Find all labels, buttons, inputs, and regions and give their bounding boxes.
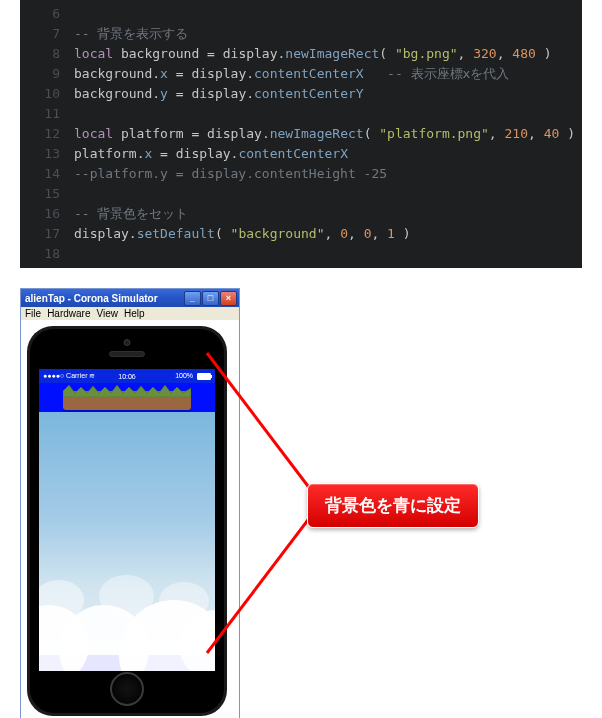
line-number: 18 — [20, 244, 74, 264]
menu-hardware[interactable]: Hardware — [47, 308, 90, 319]
line-number: 13 — [20, 144, 74, 164]
line-number: 11 — [20, 104, 74, 124]
close-button[interactable]: × — [220, 291, 237, 306]
code-content[interactable]: --platform.y = display.contentHeight -25 — [74, 164, 387, 184]
menu-file[interactable]: File — [25, 308, 41, 319]
window-menubar[interactable]: File Hardware View Help — [21, 307, 239, 320]
background-sprite — [39, 412, 215, 655]
menu-view[interactable]: View — [96, 308, 118, 319]
code-content[interactable]: local background = display.newImageRect(… — [74, 44, 552, 64]
code-line[interactable]: 9background.x = display.contentCenterX -… — [20, 64, 582, 84]
line-number: 10 — [20, 84, 74, 104]
phone-screen: ●●●●○ Carrier ≋ 10:06 100% — [39, 369, 215, 671]
code-line[interactable]: 15 — [20, 184, 582, 204]
code-editor[interactable]: 67-- 背景を表示する8local background = display.… — [20, 0, 582, 268]
annotation-text: 背景色を青に設定 — [325, 496, 461, 515]
code-content[interactable]: display.setDefault( "background", 0, 0, … — [74, 224, 411, 244]
code-line[interactable]: 12local platform = display.newImageRect(… — [20, 124, 582, 144]
code-content[interactable]: background.x = display.contentCenterX --… — [74, 64, 509, 84]
home-button[interactable] — [110, 672, 144, 706]
line-number: 17 — [20, 224, 74, 244]
window-client-area: ●●●●○ Carrier ≋ 10:06 100% — [21, 320, 239, 718]
code-line[interactable]: 8local background = display.newImageRect… — [20, 44, 582, 64]
battery-icon — [197, 373, 211, 380]
annotation-callout: 背景色を青に設定 — [307, 483, 479, 528]
code-line[interactable]: 7-- 背景を表示する — [20, 24, 582, 44]
phone-speaker-icon — [109, 351, 145, 357]
line-number: 15 — [20, 184, 74, 204]
phone-statusbar: ●●●●○ Carrier ≋ 10:06 100% — [39, 369, 215, 383]
code-line[interactable]: 14--platform.y = display.contentHeight -… — [20, 164, 582, 184]
platform-sprite — [63, 385, 191, 410]
maximize-button[interactable]: □ — [202, 291, 219, 306]
code-content[interactable]: local platform = display.newImageRect( "… — [74, 124, 575, 144]
wifi-icon: ≋ — [89, 372, 95, 379]
code-line[interactable]: 17display.setDefault( "background", 0, 0… — [20, 224, 582, 244]
code-content[interactable]: platform.x = display.contentCenterX — [74, 144, 348, 164]
code-content[interactable]: -- 背景色をセット — [74, 204, 188, 224]
line-number: 14 — [20, 164, 74, 184]
status-battery-percent: 100% — [175, 372, 193, 379]
code-line[interactable]: 18 — [20, 244, 582, 264]
illustration-area: alienTap - Corona Simulator _ □ × File H… — [0, 288, 602, 718]
code-line[interactable]: 6 — [20, 4, 582, 24]
line-number: 7 — [20, 24, 74, 44]
line-number: 9 — [20, 64, 74, 84]
menu-help[interactable]: Help — [124, 308, 145, 319]
simulator-window: alienTap - Corona Simulator _ □ × File H… — [20, 288, 240, 718]
window-titlebar[interactable]: alienTap - Corona Simulator _ □ × — [21, 289, 239, 307]
code-line[interactable]: 11 — [20, 104, 582, 124]
status-time: 10:06 — [118, 373, 136, 380]
code-line[interactable]: 10background.y = display.contentCenterY — [20, 84, 582, 104]
window-title: alienTap - Corona Simulator — [25, 293, 183, 304]
code-line[interactable]: 16-- 背景色をセット — [20, 204, 582, 224]
code-content[interactable]: background.y = display.contentCenterY — [74, 84, 364, 104]
line-number: 16 — [20, 204, 74, 224]
status-carrier: ●●●●○ Carrier — [43, 372, 87, 379]
line-number: 12 — [20, 124, 74, 144]
code-content[interactable]: -- 背景を表示する — [74, 24, 188, 44]
line-number: 8 — [20, 44, 74, 64]
code-line[interactable]: 13platform.x = display.contentCenterX — [20, 144, 582, 164]
phone-camera-icon — [124, 339, 131, 346]
line-number: 6 — [20, 4, 74, 24]
phone-device: ●●●●○ Carrier ≋ 10:06 100% — [27, 326, 227, 716]
minimize-button[interactable]: _ — [184, 291, 201, 306]
